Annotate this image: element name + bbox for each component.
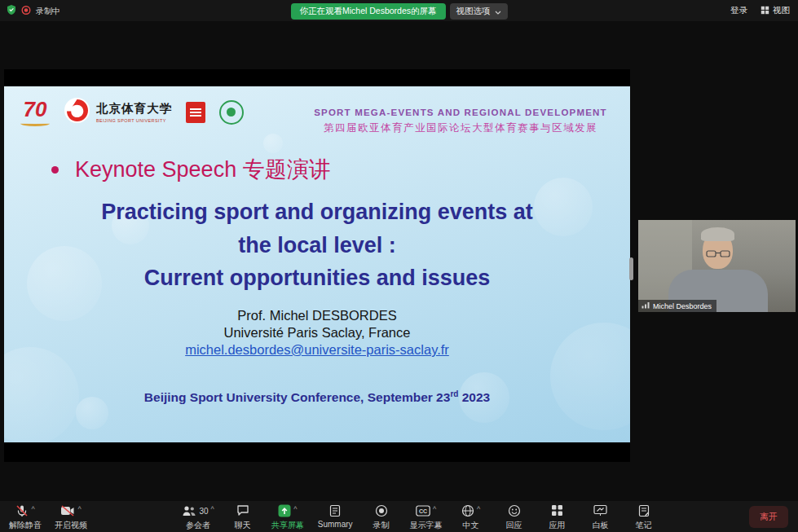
keynote-heading-row: Keynote Speech 专题演讲 — [51, 155, 331, 184]
slide-title: Practicing sport and organizing events a… — [4, 196, 630, 295]
chevron-down-icon — [495, 7, 501, 16]
reactions-button[interactable]: 回应 — [496, 501, 533, 532]
record-button[interactable]: 录制 — [363, 501, 400, 532]
camera-off-icon — [60, 505, 75, 518]
captions-label: 显示字幕 — [410, 520, 443, 531]
toolbar-center-group: 30 ^ 参会者 聊天 ^ 共享屏幕 — [91, 501, 749, 532]
bullet-dot-icon — [51, 166, 59, 174]
participants-icon — [182, 505, 196, 518]
share-screen-icon — [278, 504, 291, 519]
chat-label: 聊天 — [235, 520, 251, 531]
chevron-up-icon[interactable]: ^ — [211, 506, 214, 513]
notes-icon — [638, 504, 650, 519]
captions-icon: CC — [416, 505, 430, 518]
toolbar-left-group: ^ 解除静音 ^ 开启视频 — [5, 501, 91, 532]
speaker-block: Prof. Michel DESBORDES Université Paris … — [4, 307, 630, 358]
meeting-topbar: 录制中 你正在观看Michel Desbordes的屏幕 视图选项 登录 视图 — [0, 0, 798, 21]
bubble-decoration — [263, 134, 283, 153]
participants-label: 参会者 — [186, 520, 210, 531]
unmute-button[interactable]: ^ 解除静音 — [5, 501, 46, 532]
conference-title-zh: 第四届欧亚体育产业国际论坛大型体育赛事与区域发展 — [309, 121, 612, 135]
notes-label: 笔记 — [636, 520, 652, 531]
meeting-toolbar: ^ 解除静音 ^ 开启视频 30 ^ 参会者 — [0, 501, 798, 532]
view-layout-button[interactable]: 视图 — [761, 5, 790, 16]
view-options-label: 视图选项 — [456, 6, 491, 17]
apps-icon — [551, 504, 563, 518]
whiteboard-icon — [593, 504, 607, 518]
conference-title-en: SPORT MEGA-EVENTS AND REGIONAL DEVELOPME… — [309, 108, 612, 117]
share-screen-label: 共享屏幕 — [271, 520, 304, 531]
apps-button[interactable]: 应用 — [539, 501, 576, 532]
zoom-meeting-window: 录制中 你正在观看Michel Desbordes的屏幕 视图选项 登录 视图 — [0, 0, 798, 532]
signin-label: 登录 — [730, 5, 747, 16]
chat-button[interactable]: 聊天 — [224, 501, 262, 532]
summary-icon — [329, 504, 341, 519]
grid-layout-icon — [761, 6, 769, 16]
signin-button[interactable]: 登录 — [730, 5, 747, 16]
participant-name-tag: Michel Desbordes — [638, 300, 716, 312]
topbar-center: 你正在观看Michel Desbordes的屏幕 视图选项 — [290, 3, 507, 20]
toolbar-right-group: 离开 — [749, 501, 788, 532]
chevron-up-icon[interactable]: ^ — [31, 506, 34, 513]
keynote-heading: Keynote Speech 专题演讲 — [75, 155, 331, 184]
view-options-button[interactable]: 视图选项 — [450, 3, 508, 20]
reactions-label: 回应 — [506, 520, 522, 531]
connection-quality-icon — [641, 301, 650, 310]
recording-indicator-icon[interactable] — [21, 5, 31, 16]
university-name-en: BEIJING SPORT UNIVERSITY — [96, 118, 172, 123]
panel-divider-handle[interactable] — [629, 257, 633, 280]
security-shield-icon[interactable] — [7, 5, 16, 17]
participant-name-label: Michel Desbordes — [653, 302, 712, 310]
presentation-slide: 70 北京体育大学 BEIJING SPORT UNIVERSITY SPORT… — [4, 86, 630, 442]
shared-screen: 70 北京体育大学 BEIJING SPORT UNIVERSITY SPORT… — [4, 69, 630, 462]
chevron-up-icon[interactable]: ^ — [77, 506, 81, 513]
view-layout-label: 视图 — [773, 5, 790, 16]
apps-label: 应用 — [549, 520, 566, 531]
mic-muted-icon — [15, 504, 29, 519]
anniversary-number: 70 — [20, 99, 50, 120]
slide-title-line-1: Practicing sport and organizing events a… — [4, 196, 630, 229]
notes-button[interactable]: 笔记 — [625, 501, 663, 532]
participant-avatar-hair — [701, 227, 734, 241]
participant-video-thumbnail[interactable]: Michel Desbordes — [638, 220, 796, 312]
leave-button[interactable]: 离开 — [749, 506, 788, 528]
slide-footer: Beijing Sport University Conference, Sep… — [4, 389, 630, 405]
reactions-icon — [508, 504, 521, 519]
anniversary-70-logo: 70 — [20, 99, 50, 126]
unmute-label: 解除静音 — [9, 520, 42, 531]
start-video-button[interactable]: ^ 开启视频 — [51, 501, 91, 532]
chevron-up-icon[interactable]: ^ — [433, 506, 436, 513]
summary-label: Summary — [318, 520, 353, 529]
record-icon — [375, 504, 388, 519]
speaker-affiliation: Université Paris Saclay, France — [4, 324, 630, 341]
recording-status: 录制中 — [7, 5, 60, 17]
language-globe-icon — [461, 504, 474, 519]
captions-button[interactable]: CC ^ 显示字幕 — [406, 501, 447, 532]
anniversary-swoosh-icon — [20, 121, 50, 126]
participants-button[interactable]: 30 ^ 参会者 — [178, 501, 218, 532]
beijing-sport-university-logo: 北京体育大学 BEIJING SPORT UNIVERSITY — [64, 97, 172, 127]
slide-footer-year: 2023 — [458, 390, 490, 404]
recording-status-label: 录制中 — [36, 5, 60, 16]
slide-footer-text: Beijing Sport University Conference, Sep… — [144, 390, 451, 404]
slide-title-line-3: Current opportunities and issues — [4, 262, 630, 295]
conference-header: SPORT MEGA-EVENTS AND REGIONAL DEVELOPME… — [309, 108, 612, 135]
whiteboard-button[interactable]: 白板 — [582, 501, 619, 532]
topbar-right: 登录 视图 — [730, 5, 790, 16]
record-label: 录制 — [373, 520, 390, 531]
chevron-up-icon[interactable]: ^ — [477, 506, 480, 513]
share-screen-button[interactable]: ^ 共享屏幕 — [267, 501, 308, 532]
chevron-up-icon[interactable]: ^ — [293, 506, 297, 513]
summary-button[interactable]: Summary — [314, 501, 357, 532]
speaker-name: Prof. Michel DESBORDES — [4, 307, 630, 324]
captions-cc-text: CC — [419, 508, 427, 513]
language-button[interactable]: ^ 中文 — [452, 501, 490, 532]
partner-logo-red — [186, 102, 205, 123]
watching-screen-banner: 你正在观看Michel Desbordes的屏幕 — [290, 3, 445, 20]
glasses-icon — [706, 247, 730, 262]
bsu-swirl-icon — [64, 97, 90, 127]
start-video-label: 开启视频 — [55, 520, 87, 531]
chat-icon — [236, 504, 249, 518]
logo-row: 70 北京体育大学 BEIJING SPORT UNIVERSITY — [20, 97, 244, 127]
partner-logo-green — [219, 100, 244, 125]
